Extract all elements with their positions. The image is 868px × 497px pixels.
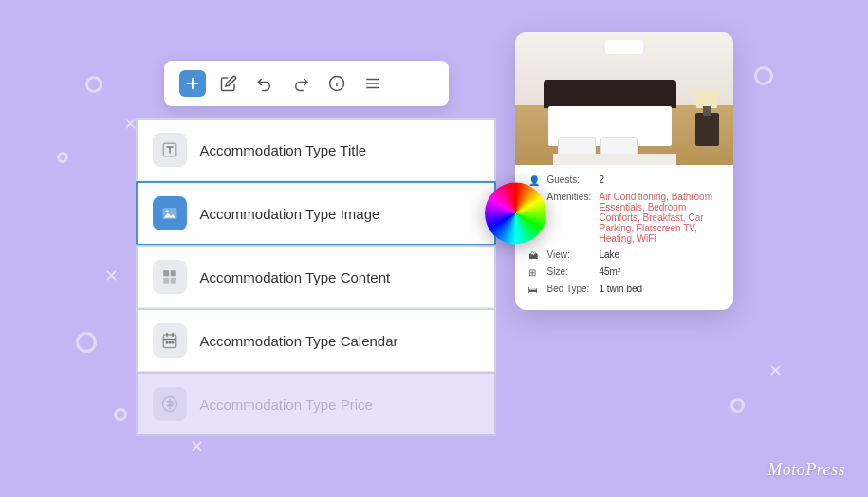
view-label: View:	[547, 249, 600, 260]
svg-point-18	[172, 342, 174, 344]
menu-button[interactable]	[360, 70, 386, 97]
price-icon	[161, 396, 178, 413]
info-button[interactable]	[323, 70, 350, 97]
guests-value: 2	[600, 175, 720, 185]
redo-button[interactable]	[287, 70, 314, 97]
content-icon-wrap	[153, 260, 187, 294]
edit-button[interactable]	[215, 70, 242, 97]
property-card: 👤 Guests: 2 🏠 Amenities: Air Conditionin…	[515, 32, 733, 310]
property-details: 👤 Guests: 2 🏠 Amenities: Air Conditionin…	[515, 165, 733, 310]
block-content-label: Accommodation Type Content	[200, 269, 391, 285]
svg-rect-10	[163, 278, 169, 284]
block-price-label: Accommodation Type Price	[200, 396, 373, 413]
block-price[interactable]: Accommodation Type Price	[136, 372, 496, 436]
detail-view: 🏔 View: Lake	[528, 249, 720, 261]
price-icon-wrap	[153, 387, 187, 421]
block-content[interactable]: Accommodation Type Content	[136, 245, 496, 308]
editor-toolbar	[164, 61, 449, 106]
block-image-label: Accommodation Type Image	[200, 206, 380, 222]
block-title[interactable]: Accommodation Type Title	[136, 118, 496, 181]
dot-5	[754, 66, 773, 85]
x-5: ✕	[768, 360, 783, 381]
bed-type-icon: 🛏	[528, 285, 542, 295]
property-image	[515, 32, 733, 165]
lamp	[691, 83, 724, 116]
bed-mattress	[548, 106, 672, 146]
bed-type-label: Bed Type:	[547, 284, 600, 294]
title-icon	[161, 141, 178, 158]
editor-panel: Accommodation Type Title Accommodation T…	[136, 61, 496, 436]
view-value: Lake	[600, 249, 720, 260]
color-wheel	[485, 183, 546, 245]
amenities-label: Amenities:	[547, 192, 600, 202]
dot-2	[57, 152, 68, 163]
calendar-icon	[161, 332, 178, 349]
svg-point-7	[165, 210, 168, 212]
content-icon	[161, 268, 178, 285]
view-icon: 🏔	[528, 250, 542, 261]
blocks-list: Accommodation Type Title Accommodation T…	[136, 118, 496, 436]
add-block-button[interactable]	[179, 70, 206, 97]
block-calendar-label: Accommodation Type Calendar	[200, 333, 398, 349]
bed	[544, 80, 676, 146]
main-container: Accommodation Type Title Accommodation T…	[136, 61, 733, 436]
size-label: Size:	[547, 267, 600, 277]
svg-point-16	[166, 342, 168, 344]
detail-guests: 👤 Guests: 2	[528, 175, 720, 186]
block-title-label: Accommodation Type Title	[200, 142, 367, 158]
x-3: ✕	[190, 436, 204, 457]
lamp-base	[703, 106, 711, 116]
dot-3	[76, 332, 97, 353]
x-2: ✕	[104, 266, 119, 286]
guests-label: Guests:	[547, 175, 600, 185]
detail-bed: 🛏 Bed Type: 1 twin bed	[528, 284, 720, 295]
ceiling-light	[605, 40, 643, 54]
undo-button[interactable]	[251, 70, 278, 97]
detail-amenities: 🏠 Amenities: Air Conditioning, Bathroom …	[528, 192, 720, 244]
calendar-icon-wrap	[153, 323, 187, 358]
block-image[interactable]: Accommodation Type Image	[136, 181, 496, 245]
bed-type-value: 1 twin bed	[600, 284, 720, 294]
dot-4	[114, 408, 127, 421]
bed-cover	[553, 154, 676, 165]
image-icon-wrap	[153, 196, 187, 230]
detail-size: ⊞ Size: 45m²	[528, 267, 720, 278]
guests-icon: 👤	[528, 175, 542, 186]
title-icon-wrap	[153, 133, 187, 167]
image-icon	[161, 205, 178, 222]
bedroom-scene	[515, 32, 733, 165]
dot-1	[85, 76, 102, 93]
block-calendar[interactable]: Accommodation Type Calendar	[136, 308, 496, 372]
motopress-logo: MotoPress	[767, 460, 845, 480]
svg-rect-8	[163, 270, 169, 276]
svg-rect-11	[170, 278, 175, 284]
svg-rect-12	[163, 335, 176, 348]
svg-rect-9	[170, 270, 175, 276]
size-icon: ⊞	[528, 267, 542, 278]
amenities-value: Air Conditioning, Bathroom Essentials, B…	[600, 192, 720, 244]
size-value: 45m²	[600, 267, 720, 277]
nightstand	[695, 113, 719, 146]
bed-headboard	[544, 80, 676, 108]
svg-point-17	[169, 342, 171, 344]
